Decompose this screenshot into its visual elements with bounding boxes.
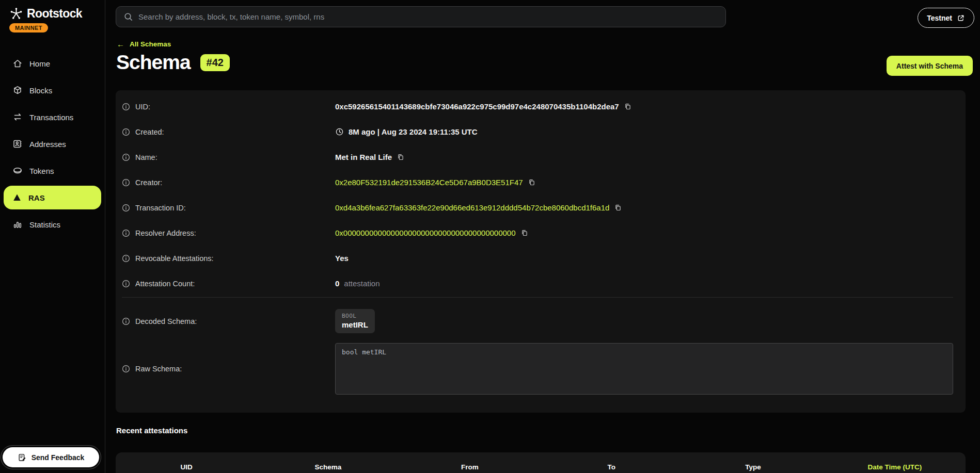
sidebar-item-label: Addresses [29, 140, 66, 149]
bar-chart-icon [12, 219, 23, 230]
attestation-count-link[interactable]: attestation [344, 279, 380, 288]
transaction-id-link[interactable]: 0xd4a3b6fea627fa63363fe22e90d66ed613e912… [335, 203, 609, 212]
column-header-to[interactable]: To [541, 463, 682, 471]
column-header-date-time[interactable]: Date Time (UTC) [824, 463, 966, 471]
detail-row-decoded-schema: Decoded Schema: BOOL metIRL [122, 298, 953, 333]
search-icon [123, 12, 133, 22]
resolver-address-link[interactable]: 0x00000000000000000000000000000000000000… [335, 229, 516, 237]
column-header-uid[interactable]: UID [116, 463, 257, 471]
info-icon [122, 229, 130, 237]
copy-icon[interactable] [624, 103, 632, 111]
rootstock-logo[interactable]: Rootstock [0, 0, 105, 21]
info-icon [122, 280, 130, 288]
sidebar-item-label: Transactions [29, 113, 73, 122]
detail-row-attestation-count: Attestation Count: 0 attestation [122, 271, 953, 296]
copy-icon[interactable] [520, 229, 529, 237]
decoded-schema-label-group: Decoded Schema: [122, 317, 335, 325]
back-link-label: All Schemas [130, 40, 171, 48]
raw-schema-label: Raw Schema: [135, 365, 182, 373]
info-icon [122, 153, 130, 161]
info-icon [122, 128, 130, 136]
feedback-pencil-icon [18, 453, 27, 462]
detail-row-uid: UID: 0xc59265615401143689cbfe73046a922c9… [122, 94, 953, 119]
info-icon [122, 103, 130, 111]
attestation-count-label: Attestation Count: [135, 280, 195, 288]
detail-row-revocable: Revocable Attestations: Yes [122, 246, 953, 271]
contact-card-icon [12, 139, 23, 149]
detail-row-created: Created: 8M ago | Aug 23 2024 19:11:35 U… [122, 119, 953, 144]
detail-row-raw-schema: Raw Schema: bool metIRL [122, 343, 953, 395]
schema-field-type: BOOL [342, 313, 368, 319]
search-input[interactable] [138, 12, 718, 21]
arrow-left-icon: ← [117, 40, 124, 48]
coin-icon [12, 166, 23, 176]
main-content: Testnet ← All Schemas Schema #42 Attest … [105, 0, 980, 473]
info-icon [122, 254, 130, 263]
name-value-group: Met in Real Life [335, 153, 953, 161]
sidebar-item-blocks[interactable]: Blocks [4, 78, 101, 102]
uid-value: 0xc59265615401143689cbfe73046a922c975c99… [335, 102, 619, 111]
sidebar-item-label: Tokens [29, 167, 54, 175]
resolver-address-value-group: 0x00000000000000000000000000000000000000… [335, 229, 953, 237]
detail-row-transaction-id: Transaction ID: 0xd4a3b6fea627fa63363fe2… [122, 195, 953, 220]
search-bar[interactable] [116, 6, 726, 27]
copy-icon[interactable] [614, 204, 622, 212]
schema-details-card: UID: 0xc59265615401143689cbfe73046a922c9… [116, 90, 966, 413]
sidebar-item-transactions[interactable]: Transactions [4, 105, 101, 129]
sidebar-item-statistics[interactable]: Statistics [4, 213, 101, 236]
testnet-label: Testnet [927, 14, 952, 22]
name-label: Name: [135, 153, 157, 161]
detail-row-resolver-address: Resolver Address: 0x00000000000000000000… [122, 220, 953, 246]
sidebar-item-tokens[interactable]: Tokens [4, 159, 101, 183]
uid-value-group: 0xc59265615401143689cbfe73046a922c975c99… [335, 102, 953, 111]
transaction-id-value-group: 0xd4a3b6fea627fa63363fe22e90d66ed613e912… [335, 203, 953, 212]
attestation-count-label-group: Attestation Count: [122, 280, 335, 288]
sidebar-item-home[interactable]: Home [4, 52, 101, 75]
creator-value-group: 0x2e80F532191de291536B24Ce5D67a9B0D3E51F… [335, 178, 953, 187]
info-icon [122, 178, 130, 187]
info-icon [122, 317, 130, 325]
recent-attestations-heading: Recent attestations [116, 426, 187, 435]
clock-icon [335, 127, 344, 136]
uid-label: UID: [135, 103, 150, 111]
sidebar-item-addresses[interactable]: Addresses [4, 132, 101, 156]
sidebar-item-ras[interactable]: RAS [4, 186, 101, 209]
detail-row-creator: Creator: 0x2e80F532191de291536B24Ce5D67a… [122, 170, 953, 195]
send-feedback-button[interactable]: Send Feedback [3, 447, 99, 467]
back-to-all-schemas-link[interactable]: ← All Schemas [117, 40, 171, 48]
name-value: Met in Real Life [335, 153, 392, 161]
column-header-from[interactable]: From [399, 463, 541, 471]
schema-number-badge: #42 [200, 54, 230, 71]
recent-attestations-table-header: UID Schema From To Type Date Time (UTC) [116, 452, 966, 473]
raw-schema-textarea[interactable]: bool metIRL [335, 343, 953, 395]
brand-name: Rootstock [27, 7, 82, 21]
creator-label: Creator: [135, 178, 162, 187]
sidebar-item-label: Statistics [29, 220, 60, 229]
created-value: 8M ago | Aug 23 2024 19:11:35 UTC [349, 127, 478, 136]
column-header-schema[interactable]: Schema [257, 463, 399, 471]
revocable-label: Revocable Attestations: [135, 254, 214, 263]
testnet-button[interactable]: Testnet [918, 8, 974, 28]
sidebar-item-label: Blocks [29, 86, 52, 95]
created-label: Created: [135, 128, 164, 136]
attest-with-schema-button[interactable]: Attest with Schema [887, 56, 973, 76]
schema-field-name: metIRL [342, 320, 368, 329]
copy-icon[interactable] [528, 178, 536, 187]
transaction-id-label-group: Transaction ID: [122, 204, 335, 212]
info-icon [122, 204, 130, 212]
cube-icon [12, 85, 23, 95]
created-value-group: 8M ago | Aug 23 2024 19:11:35 UTC [335, 127, 953, 136]
decoded-schema-label: Decoded Schema: [135, 317, 197, 325]
copy-icon[interactable] [397, 153, 405, 161]
schema-field-chip: BOOL metIRL [335, 309, 375, 333]
creator-label-group: Creator: [122, 178, 335, 187]
sidebar-item-label: RAS [28, 193, 45, 202]
page-title: Schema [116, 51, 191, 74]
sidebar-item-label: Home [29, 59, 50, 68]
column-header-type[interactable]: Type [682, 463, 824, 471]
sidebar: Rootstock MAINNET Home Blocks [0, 0, 105, 473]
creator-address-link[interactable]: 0x2e80F532191de291536B24Ce5D67a9B0D3E51F… [335, 178, 523, 187]
attestation-count-value-group: 0 attestation [335, 279, 953, 288]
decoded-schema-value: BOOL metIRL [335, 309, 375, 333]
rootstock-flower-icon [9, 7, 23, 21]
